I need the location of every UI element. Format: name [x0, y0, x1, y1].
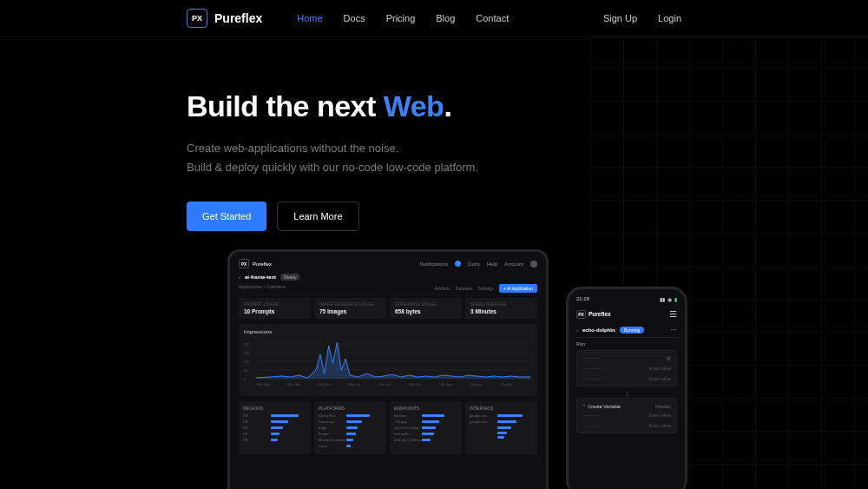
tablet-account-link[interactable]: Account	[504, 261, 523, 267]
bar-label: US	[243, 413, 271, 418]
bar-fill	[346, 426, 358, 429]
nav-docs[interactable]: Docs	[344, 13, 365, 23]
bar-fill	[346, 445, 351, 447]
bar-row: function	[394, 413, 457, 418]
tablet-datasets-link[interactable]: Datasets	[456, 286, 473, 291]
nav-contact[interactable]: Contact	[476, 13, 509, 23]
svg-text:60: 60	[244, 368, 248, 373]
bar-row: hrdcad.8rr	[394, 432, 457, 436]
svg-text:0: 0	[244, 377, 247, 381]
bar-row: Firefox	[319, 432, 382, 436]
tablet-notifications[interactable]: Notifications	[420, 261, 449, 267]
menu-icon[interactable]: ☰	[669, 309, 677, 319]
chart-svg: 160 140 125 60 0 1 Mar 10pm1 Mar 11pm2 M…	[244, 337, 532, 387]
tablet-add-button[interactable]: + AI Application	[499, 284, 537, 293]
chevron-up-icon[interactable]: ^	[582, 403, 585, 409]
bar-label: function	[394, 413, 422, 418]
bar-label: Firefox	[319, 432, 346, 436]
bar-label: Opera Mini	[319, 413, 346, 418]
phone-input-placeholder[interactable]: Enter value	[649, 376, 671, 381]
tablet-docs-link[interactable]: Docs	[468, 261, 480, 267]
nav-home[interactable]: Home	[297, 13, 322, 23]
auth-links: Sign Up Login	[603, 13, 681, 23]
svg-text:1 Mar 11pm: 1 Mar 11pm	[286, 383, 301, 387]
bar-row: xg-Yomflc4s1hg	[394, 426, 457, 430]
bar-label: Edge	[319, 426, 346, 430]
avatar-icon[interactable]	[530, 261, 537, 268]
phone-input-placeholder[interactable]: Enter value	[649, 413, 671, 418]
bar-fill	[271, 433, 279, 435]
bar-row	[470, 432, 533, 434]
bar-label: google.com	[470, 420, 497, 424]
back-icon[interactable]: ‹	[239, 274, 240, 280]
svg-text:125: 125	[244, 360, 250, 364]
bar-fill	[422, 420, 439, 423]
svg-text:2 Mar 12am: 2 Mar 12am	[317, 383, 332, 387]
bar-row: DE	[243, 438, 306, 442]
tablet-brand: Pureflex	[253, 261, 272, 267]
bar-row: 713.png	[394, 420, 457, 424]
connector-line	[627, 391, 628, 398]
more-icon[interactable]: ⋯	[670, 326, 677, 334]
chart-title: Impressions	[244, 329, 532, 334]
phone-field-icon[interactable]: ▦	[667, 355, 671, 360]
nav-pricing[interactable]: Pricing	[386, 13, 416, 23]
bar-fill	[271, 426, 283, 429]
hero-title: Build the next Web.	[187, 89, 868, 123]
stat-value: 3 Minutes	[470, 308, 532, 314]
bar-fill	[271, 420, 288, 423]
phone-handles-label: Handles	[655, 404, 671, 409]
tablet-project-row: ‹ ai-frame-text Ready	[239, 274, 537, 281]
bar-label: Samsung	[319, 420, 346, 424]
phone-field-label: ──────	[582, 366, 601, 371]
svg-text:2 Mar 6am: 2 Mar 6am	[500, 383, 513, 387]
phone-field-label: ──────	[582, 423, 601, 428]
stat-prompt-usage: PROMPT USAGE 10 Prompts	[239, 298, 311, 319]
hero-sub-2: Build & deploy quickly with our no-code …	[187, 161, 478, 174]
hero-subtitle: Create web-applications without the nois…	[187, 139, 868, 177]
phone-status-icons: ▮▮ ◉ ▮	[660, 296, 677, 302]
bar-fill	[497, 432, 507, 434]
hero-title-accent: Web	[384, 89, 444, 122]
tablet-crumbs: Applications > Overview Artifacts Datase…	[239, 284, 537, 293]
brand-name: Pureflex	[214, 11, 262, 25]
hero-title-post: .	[444, 89, 451, 122]
svg-text:160: 160	[244, 342, 250, 347]
phone-header: PX Pureflex ☰	[576, 309, 677, 319]
learn-more-button[interactable]: Learn More	[277, 202, 358, 231]
get-started-button[interactable]: Get Started	[187, 202, 266, 231]
phone-mockup: 21:28 ▮▮ ◉ ▮ PX Pureflex ☰ ‹ echo-dolphi…	[566, 287, 687, 489]
signal-icon: ▮▮	[660, 296, 665, 302]
bar-row: US	[243, 413, 306, 418]
svg-text:2 Mar 5am: 2 Mar 5am	[470, 383, 483, 387]
stat-label: IMAGE GENERATE USAGE	[319, 302, 381, 307]
mini-card-title: ENDPOINTS	[394, 406, 457, 411]
phone-input-placeholder[interactable]: Enter value	[649, 366, 671, 371]
phone-input-placeholder[interactable]: Enter value	[649, 423, 671, 428]
tablet-settings-link[interactable]: Settings	[478, 286, 494, 291]
bar-fill	[422, 426, 436, 429]
hero: Build the next Web. Create web-applicati…	[0, 37, 868, 231]
phone-field-label: ──────	[582, 376, 601, 381]
phone-brand: Pureflex	[589, 311, 611, 317]
bar-label: UK	[243, 432, 271, 436]
phone-time: 21:28	[576, 296, 589, 302]
bar-row: Linux	[319, 444, 382, 448]
phone-field-label: ──────	[582, 355, 601, 360]
tablet-logo-icon: PX	[239, 259, 249, 268]
phone-card-title: Create Variable	[588, 404, 621, 409]
bar-row: Samsung	[319, 420, 382, 424]
tablet-help-link[interactable]: Help	[487, 261, 497, 267]
svg-text:2 Mar 1am: 2 Mar 1am	[347, 383, 360, 387]
mini-card: INTERVALSgoogle.comgoogle.com-	[465, 401, 537, 454]
stat-value: 10 Prompts	[244, 308, 306, 314]
tablet-artifacts-link[interactable]: Artifacts	[435, 286, 450, 291]
stat-speed-avg: SPEED AVERAGE 3 Minutes	[465, 298, 537, 319]
phone-back-icon[interactable]: ‹	[576, 327, 578, 333]
nav-blog[interactable]: Blog	[436, 13, 455, 23]
bar-row	[470, 436, 533, 439]
login-link[interactable]: Login	[658, 13, 681, 23]
signup-link[interactable]: Sign Up	[603, 13, 637, 23]
stat-streaming-usage: STREAMING USAGE 658 bytes	[390, 298, 462, 319]
svg-text:1 Mar 10pm: 1 Mar 10pm	[256, 383, 271, 387]
